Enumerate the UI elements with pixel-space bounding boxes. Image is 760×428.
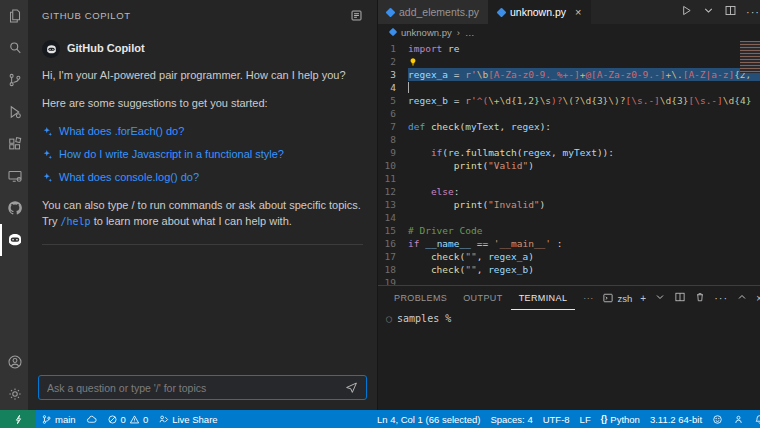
line-content: print("Valid"): [408, 159, 760, 172]
line-content: check("", regex_a): [408, 250, 760, 263]
warning-icon: [129, 414, 140, 425]
line-number: 14: [378, 211, 408, 224]
breadcrumb[interactable]: unknown.py › …: [378, 24, 760, 40]
activity-bar-spacer: [0, 256, 28, 346]
line-number: 12: [378, 185, 408, 198]
send-icon[interactable]: [345, 381, 358, 394]
panel-more-tabs-icon[interactable]: ···: [575, 286, 601, 310]
suggestion-item[interactable]: What does console.log() do?: [42, 170, 363, 186]
line-content: check("", regex_b): [408, 263, 760, 276]
activity-item-run-debug[interactable]: [0, 96, 28, 128]
indentation-status[interactable]: Spaces: 4: [485, 410, 537, 428]
source-control-icon: [6, 71, 24, 89]
split-editor-icon[interactable]: [724, 3, 737, 21]
explorer-icon: [6, 7, 24, 25]
line-content: [408, 276, 760, 285]
kill-terminal-icon[interactable]: [694, 291, 706, 305]
panel-actions: zsh + ···: [602, 291, 760, 305]
tab-add-elements[interactable]: add_elements.py: [378, 0, 489, 24]
search-icon: [6, 39, 24, 57]
chat-sessions-icon[interactable]: [350, 9, 363, 22]
tab-label: add_elements.py: [399, 6, 479, 18]
language-mode[interactable]: {} Python: [596, 410, 645, 428]
line-number: 13: [378, 198, 408, 211]
breadcrumb-file[interactable]: unknown.py: [401, 27, 452, 38]
panel-more-actions-icon[interactable]: ···: [714, 292, 728, 304]
python-interpreter[interactable]: 3.11.2 64-bit: [645, 410, 707, 428]
activity-item-settings[interactable]: [0, 378, 28, 410]
breadcrumb-symbol[interactable]: …: [465, 27, 475, 38]
maximize-panel-icon[interactable]: [736, 291, 748, 305]
minimap[interactable]: [740, 41, 760, 73]
line-content: [408, 211, 760, 224]
eol-label: LF: [580, 414, 591, 425]
split-terminal-icon[interactable]: [674, 291, 686, 305]
notifications-bell-icon[interactable]: [749, 410, 760, 428]
error-count: 0: [121, 414, 126, 425]
code-line-3: 3regex_a = r'\b[A-Za-z0-9._%+-]+@[A-Za-z…: [378, 68, 760, 81]
close-panel-icon[interactable]: ×: [756, 293, 760, 304]
hint-text-post: to learn more about what I can help with…: [91, 215, 292, 227]
terminal-content[interactable]: ○samples %: [378, 310, 760, 410]
branch-status[interactable]: main: [36, 410, 81, 428]
activity-item-extensions[interactable]: [0, 128, 28, 160]
copilot-sidebar: GITHUB COPILOT GitHub Copilo: [28, 0, 378, 410]
run-button-icon[interactable]: [680, 3, 693, 21]
tab-problems[interactable]: PROBLEMS: [386, 286, 455, 310]
activity-item-copilot-chat[interactable]: [0, 224, 28, 256]
code-editor[interactable]: 1import re23regex_a = r'\b[A-Za-z0-9._%+…: [378, 40, 760, 285]
line-number: 11: [378, 172, 408, 185]
line-content: [408, 107, 760, 120]
cursor-position[interactable]: Ln 4, Col 1 (66 selected): [372, 410, 486, 428]
activity-item-remote-explorer[interactable]: [0, 160, 28, 192]
live-share-status[interactable]: Live Share: [153, 410, 222, 428]
activity-item-accounts[interactable]: [0, 346, 28, 378]
activity-item-explorer[interactable]: [0, 0, 28, 32]
copilot-avatar-icon: [42, 40, 60, 58]
terminal-dropdown-icon[interactable]: [654, 291, 666, 305]
line-content: [408, 172, 760, 185]
problems-status[interactable]: 0 0: [102, 410, 154, 428]
shell-name: zsh: [618, 293, 633, 304]
help-command-link[interactable]: /help: [61, 216, 91, 227]
line-content: if __name__ == '__main__' :: [408, 237, 760, 250]
remote-explorer-icon: [6, 167, 24, 185]
tab-terminal[interactable]: TERMINAL: [511, 286, 576, 310]
tab-output[interactable]: OUTPUT: [455, 286, 510, 310]
tab-unknown[interactable]: unknown.py ×: [489, 0, 591, 24]
encoding-status[interactable]: UTF-8: [538, 410, 575, 428]
suggestion-item[interactable]: What does .forEach() do?: [42, 124, 363, 140]
chat-input[interactable]: [47, 382, 345, 394]
code-line-2: 2: [378, 55, 760, 68]
error-icon: [107, 414, 118, 425]
shell-selector[interactable]: zsh: [602, 292, 633, 304]
feedback-smiley-icon[interactable]: [707, 410, 728, 428]
chat-hint: You can also type / to run commands or a…: [42, 198, 363, 230]
branch-name: main: [55, 414, 76, 425]
activity-item-source-control[interactable]: [0, 64, 28, 96]
status-bar: main 0 0 Live Share Ln 4, Col 1 (6: [0, 410, 760, 428]
new-terminal-icon[interactable]: +: [640, 293, 646, 304]
line-content: [408, 81, 760, 94]
line-number: 19: [378, 276, 408, 285]
code-line-14: 14: [378, 211, 760, 224]
more-actions-icon[interactable]: ···: [746, 6, 760, 18]
line-content: print("Invalid"): [408, 198, 760, 211]
line-content: else:: [408, 185, 760, 198]
lightbulb-icon[interactable]: [408, 57, 418, 67]
activity-item-github[interactable]: [0, 192, 28, 224]
prompt-decoration: ○: [386, 313, 392, 324]
line-content: [408, 55, 760, 68]
remote-indicator-icon[interactable]: [0, 410, 36, 428]
suggestion-label: What does console.log() do?: [59, 170, 199, 186]
live-share-session-icon[interactable]: [728, 410, 749, 428]
close-tab-icon[interactable]: ×: [575, 6, 581, 18]
activity-item-search[interactable]: [0, 32, 28, 64]
run-dropdown-icon[interactable]: [702, 3, 715, 21]
sparkle-icon: [42, 172, 53, 183]
suggestion-item[interactable]: How do I write Javascript in a functiona…: [42, 147, 363, 163]
code-line-10: 10 print("Valid"): [378, 159, 760, 172]
sync-status[interactable]: [81, 410, 102, 428]
eol-status[interactable]: LF: [575, 410, 596, 428]
code-line-17: 17 check("", regex_a): [378, 250, 760, 263]
